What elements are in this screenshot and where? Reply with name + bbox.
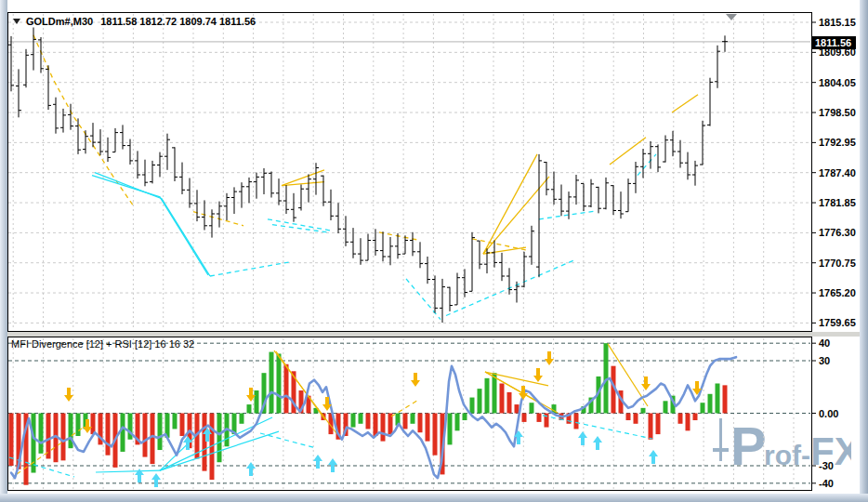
price-axis-label: 1776.30 [819, 227, 856, 238]
price-axis-label: 1815.15 [819, 17, 856, 28]
price-axis-label: 1781.85 [819, 197, 856, 208]
chart-canvas[interactable] [0, 0, 868, 502]
price-axis-label: 1787.40 [819, 167, 856, 178]
price-axis-label: 1798.50 [819, 107, 856, 118]
indicator-axis-label: 40 [819, 337, 830, 349]
indicator-axis-label: 30 [819, 355, 830, 366]
indicator-axis-label: -40 [819, 478, 834, 489]
price-bars [8, 28, 728, 324]
chart-title-row: GOLDm#,M301811.58 1812.72 1809.74 1811.5… [13, 16, 256, 27]
ohlc-values: 1811.58 1812.72 1809.74 1811.56 [100, 16, 256, 27]
price-axis-label: 1759.65 [819, 317, 856, 328]
price-axis-label: 1765.20 [819, 287, 856, 298]
window-border-bottom [0, 494, 868, 502]
price-axis-label: 1792.95 [819, 137, 856, 148]
window-border-right [860, 0, 868, 502]
indicator-axis-label: 0.00 [819, 408, 838, 419]
price-axis-label: 1809.60 [819, 46, 856, 58]
price-axis-label: 1804.05 [819, 77, 856, 88]
mfi-histogram [9, 343, 728, 485]
last-bar-marker-icon [726, 14, 737, 20]
indicator-label: MFI Divergence [12] + RSI [12] 16 16 32 [11, 338, 194, 350]
symbol-period-label: GOLDm#,M30 [26, 16, 93, 27]
indicator-axis-label: -30 [819, 460, 834, 471]
mt4-chart-window: P rof-FX GOLDm#,M301811.58 1812.72 1809.… [0, 0, 868, 502]
window-border-left [0, 0, 7, 502]
price-axis-label: 1770.75 [819, 258, 856, 269]
symbol-dropdown-icon[interactable] [13, 19, 20, 24]
